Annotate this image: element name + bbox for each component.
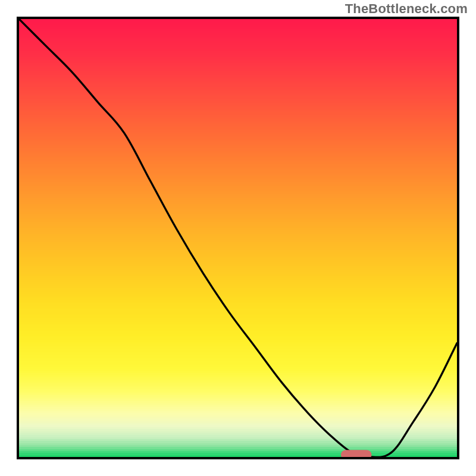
curve-line [19,19,457,457]
watermark-text: TheBottleneck.com [345,1,468,17]
minimum-marker [341,450,372,457]
chart-overlay [19,19,457,457]
plot-frame [17,17,459,459]
